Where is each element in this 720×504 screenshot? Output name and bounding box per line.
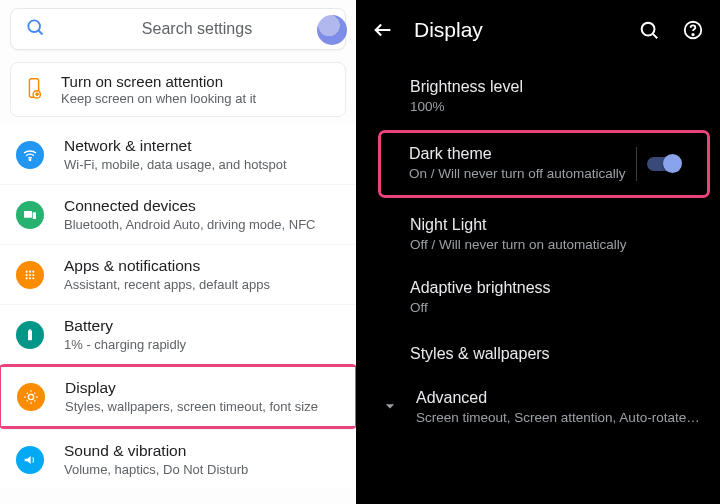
item-title: Network & internet	[64, 137, 344, 155]
item-title: Apps & notifications	[64, 257, 344, 275]
settings-item-network[interactable]: Network & internet Wi-Fi, mobile, data u…	[0, 125, 356, 184]
item-title: Dark theme	[409, 145, 627, 163]
display-icon	[17, 383, 45, 411]
svg-rect-18	[29, 329, 30, 330]
item-subtitle: 1% - charging rapidly	[64, 337, 344, 352]
svg-point-9	[29, 270, 31, 272]
svg-point-8	[26, 270, 28, 272]
search-bar[interactable]: Search settings	[10, 8, 346, 50]
item-title: Adaptive brightness	[410, 279, 700, 297]
settings-item-battery[interactable]: Battery 1% - charging rapidly	[0, 304, 356, 364]
item-subtitle: Volume, haptics, Do Not Disturb	[64, 462, 344, 477]
item-dark-theme[interactable]: Dark theme On / Will never turn off auto…	[381, 133, 707, 195]
item-brightness[interactable]: Brightness level 100%	[356, 66, 720, 128]
settings-list: Network & internet Wi-Fi, mobile, data u…	[0, 125, 356, 504]
dark-theme-toggle[interactable]	[647, 156, 683, 172]
item-subtitle: Styles, wallpapers, screen timeout, font…	[65, 399, 343, 414]
search-placeholder: Search settings	[59, 20, 335, 38]
settings-item-display[interactable]: Display Styles, wallpapers, screen timeo…	[1, 367, 355, 426]
item-title: Night Light	[410, 216, 700, 234]
svg-rect-17	[28, 330, 32, 340]
topbar: Display	[356, 0, 720, 60]
svg-line-21	[653, 34, 657, 38]
svg-point-11	[26, 273, 28, 275]
battery-icon	[16, 321, 44, 349]
svg-point-15	[29, 277, 31, 279]
search-icon	[25, 17, 45, 41]
item-title: Brightness level	[410, 78, 700, 96]
back-button[interactable]	[370, 17, 396, 43]
item-night-light[interactable]: Night Light Off / Will never turn on aut…	[356, 204, 720, 266]
highlight-display: Display Styles, wallpapers, screen timeo…	[0, 364, 358, 429]
svg-point-14	[26, 277, 28, 279]
svg-text:✦: ✦	[35, 92, 39, 97]
svg-point-5	[29, 158, 31, 160]
help-button[interactable]	[680, 17, 706, 43]
svg-point-20	[642, 23, 655, 36]
settings-item-devices[interactable]: Connected devices Bluetooth, Android Aut…	[0, 184, 356, 244]
svg-line-1	[39, 31, 43, 35]
screen-attention-icon: ✦	[23, 77, 45, 103]
item-subtitle: Off	[410, 299, 700, 317]
item-subtitle: Off / Will never turn on automatically	[410, 236, 700, 254]
item-title: Styles & wallpapers	[410, 345, 700, 363]
settings-item-sound[interactable]: Sound & vibration Volume, haptics, Do No…	[0, 429, 356, 489]
svg-point-12	[29, 273, 31, 275]
settings-item-apps[interactable]: Apps & notifications Assistant, recent a…	[0, 244, 356, 304]
item-subtitle: Assistant, recent apps, default apps	[64, 277, 344, 292]
wifi-icon	[16, 141, 44, 169]
item-title: Connected devices	[64, 197, 344, 215]
svg-rect-7	[33, 212, 36, 219]
svg-rect-6	[24, 211, 32, 218]
display-list: Brightness level 100% Dark theme On / Wi…	[356, 60, 720, 431]
display-settings-panel: Display Brightness level 100% Dark theme…	[356, 0, 720, 504]
item-subtitle: Screen timeout, Screen attention, Auto-r…	[416, 409, 700, 427]
item-subtitle: On / Will never turn off automatically	[409, 165, 627, 183]
page-title: Display	[414, 18, 618, 42]
apps-icon	[16, 261, 44, 289]
account-avatar[interactable]	[317, 15, 347, 45]
settings-panel: Search settings ✦ Turn on screen attenti…	[0, 0, 356, 504]
svg-point-23	[692, 34, 693, 35]
search-button[interactable]	[636, 17, 662, 43]
chevron-down-icon	[380, 396, 400, 420]
suggestion-title: Turn on screen attention	[61, 73, 256, 90]
item-title: Display	[65, 379, 343, 397]
devices-icon	[16, 201, 44, 229]
highlight-dark-theme: Dark theme On / Will never turn off auto…	[378, 130, 710, 198]
item-subtitle: 100%	[410, 98, 700, 116]
item-title: Sound & vibration	[64, 442, 344, 460]
svg-point-19	[28, 394, 33, 399]
svg-point-0	[28, 20, 40, 32]
item-adaptive-brightness[interactable]: Adaptive brightness Off	[356, 267, 720, 329]
item-advanced[interactable]: Advanced Screen timeout, Screen attentio…	[356, 379, 720, 431]
svg-point-16	[32, 277, 34, 279]
item-subtitle: Bluetooth, Android Auto, driving mode, N…	[64, 217, 344, 232]
svg-point-10	[32, 270, 34, 272]
item-subtitle: Wi-Fi, mobile, data usage, and hotspot	[64, 157, 344, 172]
toggle-divider	[636, 147, 637, 181]
svg-point-13	[32, 273, 34, 275]
suggestion-subtitle: Keep screen on when looking at it	[61, 91, 256, 106]
sound-icon	[16, 446, 44, 474]
item-title: Advanced	[416, 389, 700, 407]
item-title: Battery	[64, 317, 344, 335]
suggestion-card[interactable]: ✦ Turn on screen attention Keep screen o…	[10, 62, 346, 117]
item-styles-wallpapers[interactable]: Styles & wallpapers	[356, 329, 720, 379]
